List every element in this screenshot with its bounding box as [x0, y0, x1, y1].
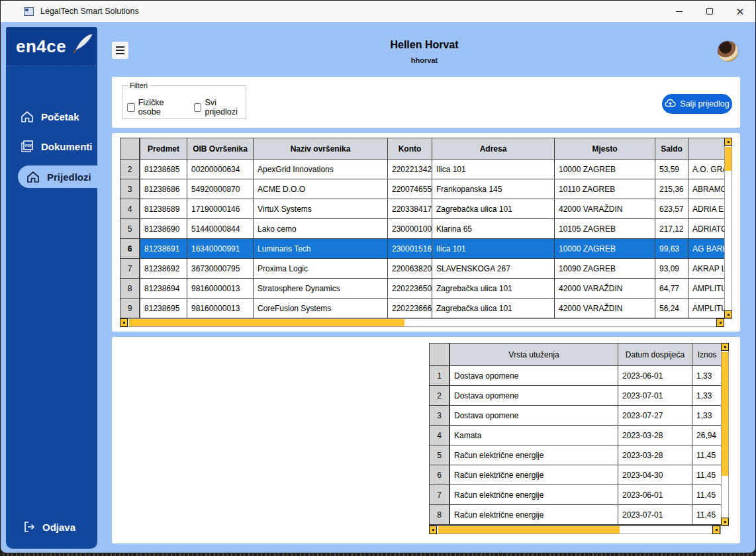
- column-header[interactable]: Datum dospijeća: [618, 344, 692, 366]
- cell[interactable]: 93,09: [655, 259, 688, 279]
- vscroll-thumb[interactable]: [725, 147, 732, 171]
- cell[interactable]: Račun električne energije: [450, 445, 618, 465]
- cell[interactable]: ACME D.O.O: [254, 179, 388, 199]
- cell[interactable]: 11,45: [692, 485, 722, 505]
- row-header[interactable]: 6: [430, 465, 450, 485]
- vscroll-thumb[interactable]: [722, 352, 728, 476]
- sidebar-item-pocetak[interactable]: Početak: [6, 105, 97, 128]
- column-header[interactable]: OIB Ovršenika: [187, 138, 254, 160]
- cell[interactable]: 64,77: [655, 279, 688, 299]
- cell[interactable]: 10110 ZAGREB: [555, 179, 655, 199]
- checkbox-box[interactable]: [127, 103, 135, 112]
- row-header[interactable]: 8: [430, 505, 450, 525]
- column-header[interactable]: [430, 344, 450, 366]
- table-row[interactable]: 88123869498160000013Stratosphere Dynamic…: [120, 279, 725, 299]
- cell[interactable]: 16340000991: [187, 239, 254, 259]
- row-header[interactable]: 7: [430, 485, 450, 505]
- row-header[interactable]: 3: [120, 179, 140, 199]
- cell[interactable]: AMPLITUD: [688, 279, 725, 299]
- cell[interactable]: ABRAMOV: [688, 179, 725, 199]
- avatar[interactable]: [717, 40, 739, 62]
- cell[interactable]: Račun električne energije: [450, 485, 618, 505]
- cell[interactable]: 2200746556: [388, 179, 432, 199]
- cell[interactable]: 81238686: [140, 179, 187, 199]
- column-header[interactable]: [688, 138, 725, 160]
- table-row[interactable]: 5Račun električne energije2023-03-2811,4…: [430, 445, 722, 465]
- cell[interactable]: 217,12: [655, 219, 688, 239]
- cell[interactable]: 42000 VARAŽDIN: [555, 299, 655, 318]
- scroll-left-button[interactable]: [429, 526, 437, 534]
- cell[interactable]: 98160000013: [187, 279, 254, 299]
- cell[interactable]: A.O. GRA: [688, 160, 725, 179]
- cell[interactable]: 10105 ZAGREB: [555, 219, 655, 239]
- sidebar-item-prijedlozi[interactable]: Prijedlozi: [18, 165, 97, 188]
- row-header[interactable]: 2: [430, 386, 450, 406]
- cell[interactable]: 10000 ZAGREB: [555, 160, 655, 179]
- column-header[interactable]: Predmet: [140, 138, 187, 160]
- checkbox-fizicke-osobe[interactable]: Fizičke osobe: [127, 98, 183, 116]
- column-header[interactable]: Mjesto: [555, 138, 655, 160]
- cell[interactable]: 42000 VARAŽDIN: [555, 279, 655, 299]
- row-header[interactable]: 5: [430, 445, 450, 465]
- column-header[interactable]: Iznos: [692, 344, 722, 366]
- row-header[interactable]: 6: [120, 239, 140, 259]
- cell[interactable]: Proxima Logic: [254, 259, 388, 279]
- cell[interactable]: Zagrebačka ulica 101: [432, 299, 555, 318]
- sidebar-item-odjava[interactable]: Odjava: [6, 517, 97, 537]
- cell[interactable]: Ilica 101: [432, 160, 555, 179]
- cell[interactable]: 1,33: [692, 366, 722, 386]
- table-row[interactable]: 6Račun električne energije2023-04-3011,4…: [430, 465, 722, 485]
- row-header[interactable]: 4: [120, 199, 140, 219]
- cell[interactable]: 10090 ZAGREB: [555, 259, 655, 279]
- cell[interactable]: 2023-06-01: [618, 485, 692, 505]
- cell[interactable]: Lako cemo: [254, 219, 388, 239]
- cell[interactable]: 2202236506: [388, 279, 432, 299]
- cell[interactable]: 81238685: [140, 160, 187, 179]
- cell[interactable]: VirtuX Systems: [254, 199, 388, 219]
- row-header[interactable]: 3: [430, 406, 450, 426]
- cell[interactable]: 81238689: [140, 199, 187, 219]
- hscroll-thumb[interactable]: [129, 319, 404, 326]
- cell[interactable]: AKRAP LJE: [688, 259, 725, 279]
- cell[interactable]: 623,57: [655, 199, 688, 219]
- column-header[interactable]: [120, 138, 140, 160]
- cell[interactable]: Zagrebačka ulica 101: [432, 279, 555, 299]
- close-button[interactable]: ✕: [725, 1, 755, 22]
- cell[interactable]: 81238691: [140, 239, 187, 259]
- cell[interactable]: 54920000870: [187, 179, 254, 199]
- cell[interactable]: Ilica 101: [432, 239, 555, 259]
- table-row[interactable]: 38123868654920000870ACME D.O.O2200746556…: [120, 179, 725, 199]
- cell[interactable]: Račun električne energije: [450, 465, 618, 485]
- scroll-down-button[interactable]: [724, 310, 732, 318]
- cell[interactable]: 2023-04-30: [618, 465, 692, 485]
- cell[interactable]: Kamata: [450, 426, 618, 445]
- cell[interactable]: 2202213423: [388, 160, 432, 179]
- scroll-down-button[interactable]: [721, 518, 729, 526]
- table-row[interactable]: 1Dostava opomene2023-06-011,33: [430, 366, 722, 386]
- cell[interactable]: Dostava opomene: [450, 406, 618, 426]
- cell[interactable]: AG BAREŠ: [688, 239, 725, 259]
- row-header[interactable]: 8: [120, 279, 140, 299]
- cell[interactable]: 81238692: [140, 259, 187, 279]
- row-header[interactable]: 9: [120, 299, 140, 318]
- column-header[interactable]: Saldo: [655, 138, 688, 160]
- table-row[interactable]: 2Dostava opomene2023-07-011,33: [430, 386, 722, 406]
- cell[interactable]: 2300015160: [388, 239, 432, 259]
- table-row[interactable]: 48123868917190000146VirtuX Systems220338…: [120, 199, 725, 219]
- cell[interactable]: Dostava opomene: [450, 386, 618, 406]
- cell[interactable]: 2023-07-01: [618, 386, 692, 406]
- row-header[interactable]: 7: [120, 259, 140, 279]
- scroll-left-button[interactable]: [120, 318, 128, 327]
- cell[interactable]: 98160000013: [187, 299, 254, 318]
- cell[interactable]: 2202236663: [388, 299, 432, 318]
- cell[interactable]: 11,45: [692, 465, 722, 485]
- cell[interactable]: Stratosphere Dynamics: [254, 279, 388, 299]
- cell[interactable]: 2023-07-27: [618, 406, 692, 426]
- cell[interactable]: 81238690: [140, 219, 187, 239]
- row-header[interactable]: 2: [120, 160, 140, 179]
- row-header[interactable]: 4: [430, 426, 450, 445]
- table-row[interactable]: 58123869051440000844Lako cemo2300001004K…: [120, 219, 725, 239]
- table-row[interactable]: 7Račun električne energije2023-06-0111,4…: [430, 485, 722, 505]
- table-row[interactable]: 78123869236730000795Proxima Logic2200638…: [120, 259, 725, 279]
- cell[interactable]: Klarina 65: [432, 219, 555, 239]
